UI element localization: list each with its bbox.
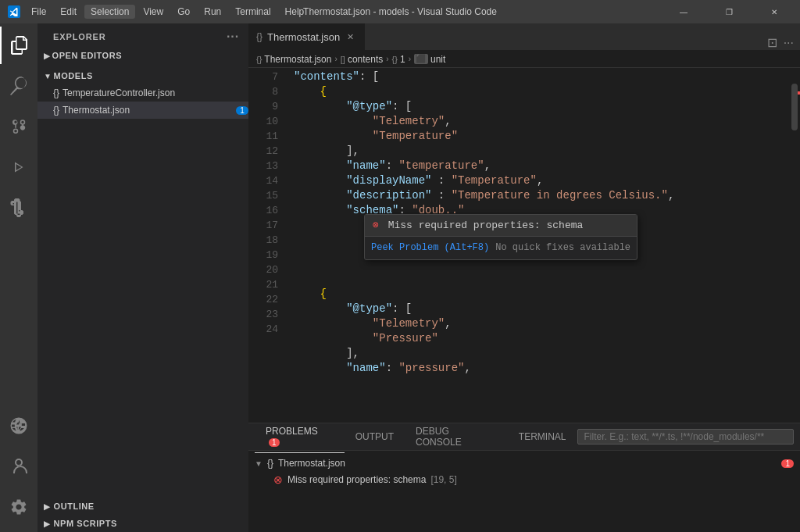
code-line-22: "Pressure" [294, 331, 789, 346]
panel-tab-output[interactable]: OUTPUT [345, 427, 405, 447]
terminal-label: TERMINAL [519, 431, 566, 442]
breadcrumb-contents[interactable]: [] contents [341, 54, 384, 65]
line-num-15: 15 [248, 188, 278, 203]
line-num-16: 16 [248, 203, 278, 218]
outline-section[interactable]: ▶ OUTLINE [38, 498, 248, 515]
tooltip-header: ⊗ Miss required properties: schema [365, 215, 637, 237]
code-line-13: "name": "temperature", [294, 159, 789, 173]
code-line-19: { [294, 287, 789, 302]
line-num-21: 21 [248, 277, 278, 292]
code-content: 7 8 9 10 11 12 13 14 15 16 17 18 19 20 2… [248, 68, 800, 423]
menu-go[interactable]: Go [171, 5, 196, 19]
npm-scripts-chevron: ▶ [44, 520, 51, 528]
problem-file-group[interactable]: ▼ {} Thermostat.json 1 [255, 455, 794, 471]
tab-bar: {} Thermostat.json ✕ ⊡ ··· [248, 23, 800, 51]
line-num-11: 11 [248, 129, 278, 144]
sidebar-more-icon[interactable]: ··· [227, 30, 239, 44]
code-line-15: "description" : "Temperature in degrees … [294, 188, 789, 203]
breadcrumb-contents-label: contents [348, 54, 383, 65]
editor-area: {} Thermostat.json ✕ ⊡ ··· {} Thermostat… [248, 23, 800, 532]
tooltip-error-icon: ⊗ [373, 220, 379, 231]
line-num-13: 13 [248, 159, 278, 173]
open-editors-label: OPEN EDITORS [52, 51, 123, 60]
code-line-7: "contents": [ [294, 70, 789, 84]
file-thermostat-badge: 1 [236, 106, 248, 115]
npm-scripts-label: NPM SCRIPTS [54, 519, 117, 528]
panel-tab-debug-console[interactable]: DEBUG CONSOLE [405, 421, 508, 452]
activity-source-control[interactable] [0, 108, 38, 145]
minimize-button[interactable]: — [666, 0, 702, 23]
problem-item[interactable]: ⊗ Miss required properties: schema [19, … [255, 471, 794, 488]
code-line-24: "name": "pressure", [294, 361, 789, 376]
problem-file-json-icon: {} [267, 458, 273, 469]
window-controls: — ❐ ✕ [666, 0, 792, 23]
problem-file-name: Thermostat.json [278, 458, 345, 469]
activity-settings[interactable] [0, 488, 38, 526]
bottom-panel: PROBLEMS 1 OUTPUT DEBUG CONSOLE TERMINAL… [248, 423, 800, 532]
close-button[interactable]: ✕ [756, 0, 792, 23]
tooltip-body: Peek Problem (Alt+F8) No quick fixes ava… [365, 237, 637, 259]
models-header[interactable]: ▼ MODELS [38, 67, 248, 84]
open-editors-chevron: ▶ [44, 52, 51, 60]
more-actions-button[interactable]: ··· [784, 36, 794, 50]
activity-extensions[interactable] [0, 189, 38, 227]
activity-search[interactable] [0, 67, 38, 105]
panel-tab-problems[interactable]: PROBLEMS 1 [255, 421, 345, 453]
activity-accounts[interactable] [0, 448, 38, 485]
breadcrumb-unit-label: unit [430, 54, 445, 65]
breadcrumb-file-icon: {} [256, 55, 262, 64]
menu-file[interactable]: File [25, 5, 52, 19]
vscode-logo [8, 5, 20, 18]
open-editors-header[interactable]: ▶ OPEN EDITORS [38, 47, 248, 64]
panel-tab-terminal[interactable]: TERMINAL [508, 427, 577, 447]
file-thermostat[interactable]: {} Thermostat.json 1 [38, 102, 248, 119]
menu-run[interactable]: Run [198, 5, 227, 19]
split-editor-button[interactable]: ⊡ [767, 35, 777, 50]
line-num-8: 8 [248, 84, 278, 99]
panel-content: ▼ {} Thermostat.json 1 ⊗ Miss required p… [248, 451, 800, 532]
npm-scripts-section[interactable]: ▶ NPM SCRIPTS [38, 515, 248, 532]
activity-run[interactable] [0, 148, 38, 186]
tab-json-icon: {} [256, 31, 262, 42]
menu-selection[interactable]: Selection [84, 5, 135, 19]
breadcrumb-unit[interactable]: ⬛ unit [414, 54, 445, 65]
maximize-button[interactable]: ❐ [711, 0, 747, 23]
open-editors-section: ▶ OPEN EDITORS [38, 47, 248, 64]
code-line-11: "Temperature" [294, 129, 789, 144]
panel-filter-input[interactable] [577, 429, 795, 445]
problem-location: [19, 5] [430, 474, 456, 485]
code-line-21: "Telemetry", [294, 316, 789, 331]
outline-label: OUTLINE [54, 502, 95, 511]
code-line-10: "Telemetry", [294, 114, 789, 129]
line-num-23: 23 [248, 307, 278, 322]
activity-bottom [0, 407, 38, 532]
breadcrumb-file[interactable]: {} Thermostat.json [256, 54, 331, 65]
line-num-18: 18 [248, 233, 278, 248]
file-thermostat-label: Thermostat.json [62, 105, 236, 116]
scrollbar[interactable] [789, 68, 800, 423]
breadcrumb-sep2: › [386, 55, 388, 63]
line-numbers: 7 8 9 10 11 12 13 14 15 16 17 18 19 20 2… [248, 68, 288, 423]
activity-explorer[interactable] [0, 27, 38, 64]
output-label: OUTPUT [355, 431, 394, 442]
breadcrumb-1[interactable]: {} 1 [392, 54, 405, 65]
problem-message: Miss required properties: schema [288, 474, 426, 485]
problems-label: PROBLEMS [266, 426, 318, 437]
file-json-icon2: {} [53, 105, 59, 116]
problem-file-chevron: ▼ [255, 459, 262, 468]
menu-terminal[interactable]: Terminal [229, 5, 277, 19]
file-temperature-controller[interactable]: {} TemperatureController.json [38, 84, 248, 102]
line-num-7: 7 [248, 70, 278, 84]
code-editor[interactable]: 7 8 9 10 11 12 13 14 15 16 17 18 19 20 2… [248, 68, 800, 423]
line-num-10: 10 [248, 114, 278, 129]
tab-close-button[interactable]: ✕ [345, 31, 356, 43]
breadcrumb-contents-icon: [] [341, 55, 345, 64]
menu-edit[interactable]: Edit [54, 5, 83, 19]
tooltip-no-fix: No quick fixes available [495, 241, 630, 255]
tab-thermostat[interactable]: {} Thermostat.json ✕ [248, 23, 365, 50]
activity-remote[interactable] [0, 407, 38, 445]
menu-view[interactable]: View [137, 5, 170, 19]
line-num-19: 19 [248, 248, 278, 262]
breadcrumb: {} Thermostat.json › [] contents › {} 1 … [248, 51, 800, 68]
peek-problem-link[interactable]: Peek Problem (Alt+F8) [371, 241, 489, 255]
